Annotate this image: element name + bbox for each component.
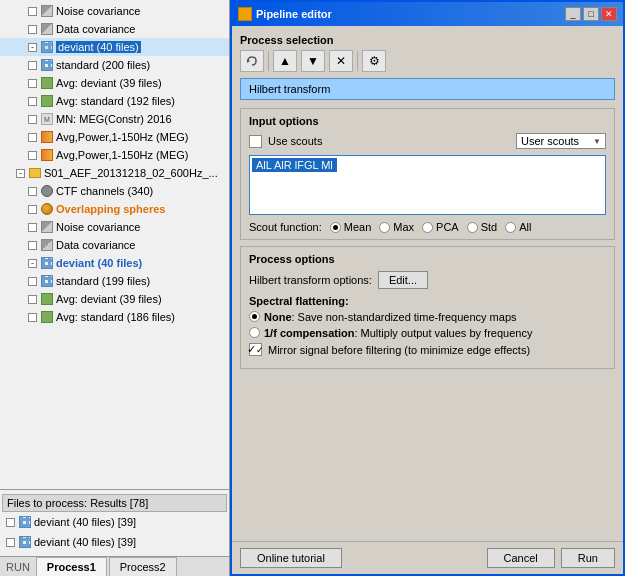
tree-item-noise-cov-1[interactable]: Noise covariance: [0, 2, 229, 20]
radio-onef-label: 1/f compensation: Multiply output values…: [264, 327, 532, 339]
tree-item-spheres[interactable]: Overlapping spheres: [0, 200, 229, 218]
avg-icon: [40, 76, 54, 90]
dialog-titlebar: Pipeline editor _ □ ✕: [232, 2, 623, 26]
grid-icon: [18, 535, 32, 549]
avg-icon: [40, 94, 54, 108]
avg-icon: [40, 310, 54, 324]
tree-item-label: standard (199 files): [56, 275, 150, 287]
use-scouts-checkbox[interactable]: [249, 135, 262, 148]
input-options-box: Input options Use scouts User scouts ▼ A…: [240, 108, 615, 240]
toolbar-row: ▲ ▼ ✕ ⚙: [240, 50, 615, 72]
tree-item-label: Avg: deviant (39 files): [56, 293, 162, 305]
dialog-body: Process selection ▲ ▼ ✕ ⚙ Hilbert transf…: [232, 26, 623, 541]
radio-max-button[interactable]: [379, 222, 390, 233]
minimize-button[interactable]: _: [565, 7, 581, 21]
ctf-icon: [40, 184, 54, 198]
expand-icon: [28, 61, 37, 70]
expand-icon: -: [28, 259, 37, 268]
tree-item-avg-deviant-2[interactable]: Avg: deviant (39 files): [0, 290, 229, 308]
tree-item-label: Avg: standard (186 files): [56, 311, 175, 323]
dropdown-value: User scouts: [521, 135, 579, 147]
tree-item-mn[interactable]: M MN: MEG(Constr) 2016: [0, 110, 229, 128]
cancel-button[interactable]: Cancel: [487, 548, 555, 568]
file-label: deviant (40 files) [39]: [34, 536, 136, 548]
expand-icon: [28, 313, 37, 322]
radio-none-button[interactable]: [249, 311, 260, 322]
tree-item-label: S01_AEF_20131218_02_600Hz_...: [44, 167, 218, 179]
tree-item-power-2[interactable]: Avg,Power,1-150Hz (MEG): [0, 146, 229, 164]
delete-button[interactable]: ✕: [329, 50, 353, 72]
titlebar-buttons: _ □ ✕: [565, 7, 617, 21]
tree-item-data-cov-1[interactable]: Data covariance: [0, 20, 229, 38]
tabs-row: RUN Process1 Process2: [0, 556, 229, 576]
expand-icon: [28, 223, 37, 232]
tree-item-s01[interactable]: - S01_AEF_20131218_02_600Hz_...: [0, 164, 229, 182]
radio-pca-button[interactable]: [422, 222, 433, 233]
avg-icon: [40, 292, 54, 306]
tree-item-ctf[interactable]: CTF channels (340): [0, 182, 229, 200]
tree-item-power-1[interactable]: Avg,Power,1-150Hz (MEG): [0, 128, 229, 146]
online-tutorial-button[interactable]: Online tutorial: [240, 548, 342, 568]
cov-icon: [40, 238, 54, 252]
mirror-signal-label: Mirror signal before filtering (to minim…: [268, 344, 530, 356]
cov-icon: [40, 220, 54, 234]
radio-pca-label: PCA: [436, 221, 459, 233]
dialog-title-text: Pipeline editor: [256, 8, 332, 20]
expand-icon: -: [16, 169, 25, 178]
expand-icon: [28, 7, 37, 16]
expand-icon: [28, 133, 37, 142]
scouts-list[interactable]: AlL AlR lFGL Ml: [249, 155, 606, 215]
run-label: RUN: [0, 558, 36, 576]
radio-onef-button[interactable]: [249, 327, 260, 338]
expand-icon: [28, 115, 37, 124]
radio-all[interactable]: All: [505, 221, 531, 233]
expand-icon: [28, 97, 37, 106]
tree-item-standard-2[interactable]: standard (199 files): [0, 272, 229, 290]
tree-item-label: MN: MEG(Constr) 2016: [56, 113, 172, 125]
radio-pca[interactable]: PCA: [422, 221, 459, 233]
radio-mean-button[interactable]: [330, 222, 341, 233]
radio-std-button[interactable]: [467, 222, 478, 233]
cov-icon: [40, 4, 54, 18]
mirror-signal-checkbox[interactable]: ✓: [249, 343, 262, 356]
grid-icon: [40, 58, 54, 72]
tree-item-avg-standard-1[interactable]: Avg: standard (192 files): [0, 92, 229, 110]
expand-icon: [28, 25, 37, 34]
tab-process2[interactable]: Process2: [109, 557, 177, 576]
close-button[interactable]: ✕: [601, 7, 617, 21]
radio-all-button[interactable]: [505, 222, 516, 233]
move-up-button[interactable]: ▲: [273, 50, 297, 72]
spectral-option-onef[interactable]: 1/f compensation: Multiply output values…: [249, 327, 606, 339]
scouts-dropdown-box[interactable]: User scouts ▼: [516, 133, 606, 149]
tree-item-deviant-2[interactable]: - deviant (40 files): [0, 254, 229, 272]
expand-icon: [28, 295, 37, 304]
grid-icon: [40, 256, 54, 270]
maximize-button[interactable]: □: [583, 7, 599, 21]
expand-icon: -: [28, 43, 37, 52]
tree-item-standard-1[interactable]: standard (200 files): [0, 56, 229, 74]
undo-button[interactable]: [240, 50, 264, 72]
move-down-button[interactable]: ▼: [301, 50, 325, 72]
spectral-option-none[interactable]: None: Save non-standardized time-frequen…: [249, 311, 606, 323]
process-selection-label: Process selection: [240, 34, 615, 46]
settings-button[interactable]: ⚙: [362, 50, 386, 72]
tree-item-deviant-1[interactable]: - deviant (40 files): [0, 38, 229, 56]
radio-std[interactable]: Std: [467, 221, 498, 233]
radio-mean[interactable]: Mean: [330, 221, 372, 233]
tab-process1[interactable]: Process1: [36, 557, 107, 576]
grid-icon: [40, 40, 54, 54]
file-item-2[interactable]: deviant (40 files) [39]: [2, 532, 227, 552]
edit-button[interactable]: Edit...: [378, 271, 428, 289]
dialog-title: Pipeline editor: [238, 7, 332, 21]
tree-item-label: Noise covariance: [56, 221, 140, 233]
expand-icon: [28, 277, 37, 286]
tree-item-data-cov-2[interactable]: Data covariance: [0, 236, 229, 254]
tree-item-noise-cov-2[interactable]: Noise covariance: [0, 218, 229, 236]
radio-max[interactable]: Max: [379, 221, 414, 233]
run-button[interactable]: Run: [561, 548, 615, 568]
tree-item-avg-deviant-1[interactable]: Avg: deviant (39 files): [0, 74, 229, 92]
expand-icon: [6, 518, 15, 527]
file-item-1[interactable]: deviant (40 files) [39]: [2, 512, 227, 532]
tree-item-label: Data covariance: [56, 23, 136, 35]
tree-item-avg-standard-2[interactable]: Avg: standard (186 files): [0, 308, 229, 326]
